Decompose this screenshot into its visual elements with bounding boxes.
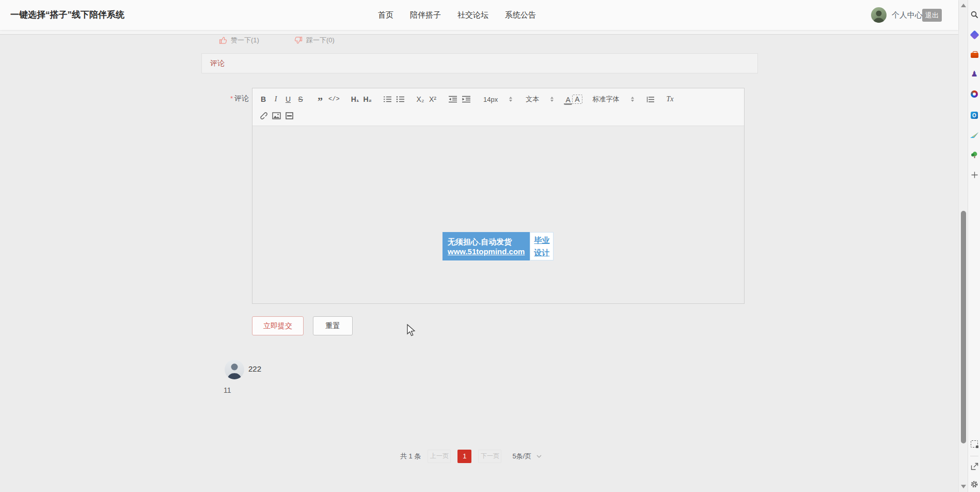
person-silhouette-icon	[225, 360, 244, 379]
comment-section-header: 评论	[201, 53, 758, 73]
bold-button[interactable]: B	[257, 93, 270, 106]
indent-increase-icon	[462, 96, 471, 103]
submit-button[interactable]: 立即提交	[252, 316, 304, 335]
line-height-button[interactable]	[644, 93, 657, 106]
like-button[interactable]: 赞一下(1)	[219, 36, 259, 45]
rich-text-editor: B I U S ” </> H₁ H₂	[252, 88, 745, 304]
screen: 一键选择“搭子”线下陪伴系统 首页 陪伴搭子 社交论坛 系统公告 个人中心 退出…	[0, 0, 980, 492]
updown-arrows-icon	[550, 97, 554, 102]
sidebar-divider	[970, 456, 978, 456]
watermark-text-block: 无须担心.自动发货 www.51topmind.com	[442, 232, 530, 260]
editor-content-area[interactable]: 无须担心.自动发货 www.51topmind.com 毕业 设计	[252, 126, 744, 303]
indent-increase-button[interactable]	[460, 93, 473, 106]
clear-format-button[interactable]: Tx	[664, 93, 676, 106]
vendor-watermark: 无须担心.自动发货 www.51topmind.com 毕业 设计	[442, 232, 554, 260]
site-title: 一键选择“搭子”线下陪伴系统	[10, 0, 124, 30]
page-size-select[interactable]: 5条/页	[512, 452, 542, 461]
required-asterisk: *	[230, 95, 233, 102]
watermark-badge-top: 毕业	[534, 234, 549, 247]
underline-button[interactable]: U	[282, 93, 294, 106]
insert-image-button[interactable]	[270, 109, 283, 122]
updown-arrows-icon	[509, 97, 512, 102]
font-size-select[interactable]: 14px	[480, 96, 515, 103]
next-page-button[interactable]: 下一页	[478, 450, 501, 463]
browser-sidebar: ♟ O	[968, 0, 980, 492]
watermark-url: www.51topmind.com	[448, 247, 525, 256]
ordered-list-button[interactable]	[381, 93, 394, 106]
prev-page-button[interactable]: 上一页	[428, 450, 451, 463]
unordered-list-button[interactable]	[394, 93, 407, 106]
watermark-badge-bottom: 设计	[534, 247, 549, 259]
heading1-button[interactable]: H₁	[349, 93, 361, 106]
nav-item-home[interactable]: 首页	[378, 10, 393, 20]
chevron-down-icon	[536, 455, 542, 458]
send-plane-icon[interactable]	[970, 131, 978, 140]
heading-select[interactable]: 文本	[523, 95, 557, 104]
ordered-list-icon	[383, 96, 392, 103]
nav-item-announcements[interactable]: 系统公告	[505, 10, 536, 20]
shopping-tag-icon[interactable]	[970, 30, 978, 39]
user-avatar[interactable]	[871, 7, 887, 23]
main-nav: 首页 陪伴搭子 社交论坛 系统公告	[378, 0, 536, 30]
line-height-icon	[646, 96, 655, 103]
like-label: 赞一下(1)	[231, 36, 259, 45]
user-center-link[interactable]: 个人中心	[892, 0, 923, 30]
watermark-line1: 无须担心.自动发货	[448, 237, 525, 247]
unordered-list-icon	[396, 96, 405, 103]
toolbox-icon[interactable]	[970, 50, 978, 58]
nav-item-companions[interactable]: 陪伴搭子	[410, 10, 441, 20]
add-icon[interactable]	[970, 171, 978, 179]
settings-gear-icon[interactable]	[970, 480, 978, 488]
superscript-button[interactable]: X²	[426, 93, 439, 106]
link-icon	[259, 112, 268, 120]
italic-button[interactable]: I	[270, 93, 282, 106]
reset-button[interactable]: 重置	[313, 316, 353, 335]
open-external-icon[interactable]	[970, 462, 978, 470]
outlook-icon[interactable]: O	[970, 111, 978, 119]
page-1-button[interactable]: 1	[457, 450, 471, 463]
toolbar-row-1: B I U S ” </> H₁ H₂	[257, 91, 739, 107]
highlight-color-button[interactable]: A	[572, 95, 582, 104]
watermark-badge: 毕业 设计	[530, 232, 554, 260]
code-button[interactable]: </>	[326, 93, 342, 106]
insert-link-button[interactable]	[257, 109, 270, 122]
comment-avatar	[225, 360, 244, 379]
font-color-button[interactable]: A	[564, 96, 572, 105]
strikethrough-button[interactable]: S	[294, 93, 307, 106]
scrollbar-thumb[interactable]	[961, 211, 966, 443]
comment-username: 222	[248, 364, 261, 373]
subscript-button[interactable]: X₂	[414, 93, 426, 106]
dislike-button[interactable]: 踩一下(0)	[294, 36, 335, 45]
top-navbar: 一键选择“搭子”线下陪伴系统 首页 陪伴搭子 社交论坛 系统公告 个人中心 退出	[0, 0, 958, 30]
scroll-down-arrow[interactable]	[961, 485, 966, 488]
screen-snip-icon[interactable]	[970, 440, 978, 448]
logout-button[interactable]: 退出	[922, 9, 942, 22]
thumbs-down-icon	[294, 36, 303, 44]
editor-toolbar: B I U S ” </> H₁ H₂	[252, 88, 744, 126]
person-silhouette-icon	[871, 7, 887, 23]
image-icon	[272, 112, 281, 119]
comment-content: 11	[224, 386, 231, 394]
scroll-up-arrow[interactable]	[961, 4, 966, 7]
tree-icon[interactable]	[970, 151, 978, 159]
comment-field-label: *评论	[207, 94, 249, 103]
blockquote-button[interactable]: ”	[314, 93, 326, 106]
updown-arrows-icon	[631, 97, 634, 102]
heading2-button[interactable]: H₂	[361, 93, 374, 106]
pagination-total: 共 1 条	[400, 452, 421, 461]
microsoft-365-icon[interactable]	[970, 90, 978, 98]
thumbs-up-icon	[219, 36, 227, 44]
insert-video-button[interactable]	[283, 109, 295, 122]
search-icon[interactable]	[970, 10, 978, 19]
vote-row: 赞一下(1) 踩一下(0)	[219, 36, 335, 45]
pagination: 共 1 条 上一页 1 下一页 5条/页	[400, 449, 542, 463]
font-family-select[interactable]: 标准字体	[590, 95, 637, 104]
toolbar-row-2	[257, 107, 739, 124]
mouse-cursor	[406, 324, 416, 337]
dislike-label: 踩一下(0)	[306, 36, 335, 45]
indent-decrease-button[interactable]	[446, 93, 460, 106]
games-icon[interactable]: ♟	[970, 70, 978, 78]
nav-item-forum[interactable]: 社交论坛	[457, 10, 488, 20]
content-card-bottom-edge	[0, 30, 958, 35]
browser-scrollbar[interactable]	[958, 0, 968, 492]
